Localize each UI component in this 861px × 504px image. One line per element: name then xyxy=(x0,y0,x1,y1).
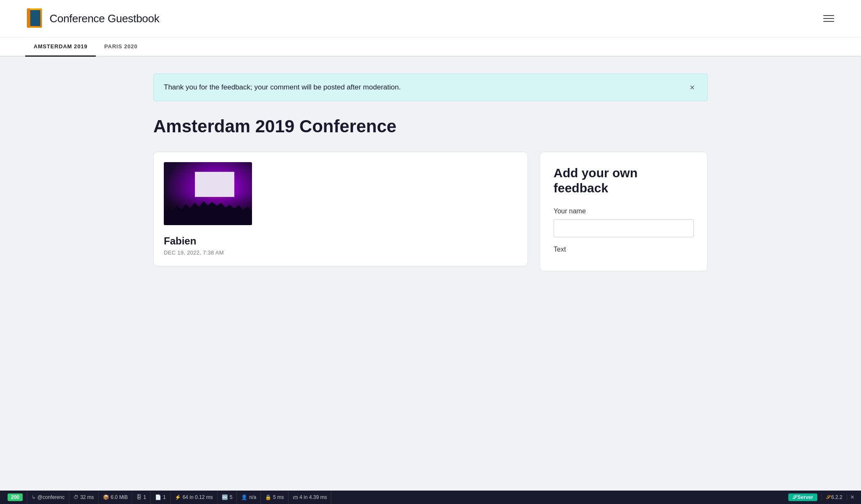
status-events: ⚡ 64 in 0.12 ms xyxy=(171,491,218,504)
feedback-form-title: Add your own feedback xyxy=(554,165,694,196)
db-count: 1 xyxy=(143,494,146,500)
time-label: 32 ms xyxy=(80,494,94,500)
translations-icon: 🔤 xyxy=(222,494,228,500)
nav-tabs: AMSTERDAM 2019 PARIS 2020 xyxy=(0,37,861,57)
alert-banner: Thank you for the feedback; your comment… xyxy=(153,74,708,101)
status-bar-close-button[interactable]: × xyxy=(847,494,858,501)
app-logo-icon xyxy=(25,8,44,29)
sf-logo-small: 𝒮 xyxy=(793,494,796,500)
status-server: 𝒮 Server xyxy=(784,494,822,501)
file-icon: 📄 xyxy=(155,494,161,500)
tab-amsterdam[interactable]: AMSTERDAM 2019 xyxy=(25,37,96,57)
security-label: 5 ms xyxy=(273,494,284,500)
menu-button[interactable] xyxy=(822,13,836,24)
alert-message: Thank you for the feedback; your comment… xyxy=(164,83,401,92)
feedback-form-card: Add your own feedback Your name Text xyxy=(540,152,708,271)
status-time: ⏱ 32 ms xyxy=(69,491,99,504)
comment-body: Fabien DEC 19, 2022, 7:38 AM xyxy=(154,225,528,266)
memory-icon: 📦 xyxy=(103,494,109,500)
events-icon: ⚡ xyxy=(175,494,181,500)
memory-label: 6.0 MiB xyxy=(111,494,128,500)
status-security: 🔒 5 ms xyxy=(261,491,289,504)
file-count: 1 xyxy=(163,494,166,500)
status-queries: 🗃 4 in 4.39 ms xyxy=(289,491,331,504)
route-icon: ↳ xyxy=(32,494,36,500)
header-logo-area: Conference Guestbook xyxy=(25,8,159,29)
user-label: n/a xyxy=(249,494,256,500)
svg-rect-2 xyxy=(29,10,40,26)
app-header: Conference Guestbook xyxy=(0,0,861,37)
conference-image xyxy=(164,162,252,225)
status-version: 𝒮 6.2.2 xyxy=(822,494,847,500)
route-label: @conferenc xyxy=(37,494,65,500)
alert-close-button[interactable]: × xyxy=(687,82,697,92)
hamburger-line-2 xyxy=(823,18,834,19)
events-label: 64 in 0.12 ms xyxy=(183,494,213,500)
name-label: Your name xyxy=(554,207,694,215)
http-code-badge: 200 xyxy=(8,494,23,501)
status-route: ↳ @conferenc xyxy=(27,491,69,504)
status-http-code: 200 xyxy=(3,491,27,504)
tab-paris[interactable]: PARIS 2020 xyxy=(96,37,146,57)
name-input[interactable] xyxy=(554,219,694,237)
comment-date: DEC 19, 2022, 7:38 AM xyxy=(164,249,517,256)
svg-rect-3 xyxy=(27,8,30,28)
commenter-name: Fabien xyxy=(164,235,517,247)
status-db: 🗄 1 xyxy=(132,491,151,504)
status-user: 👤 n/a xyxy=(237,491,261,504)
status-translations: 🔤 5 xyxy=(218,491,237,504)
content-grid: Fabien DEC 19, 2022, 7:38 AM Add your ow… xyxy=(153,152,708,271)
hamburger-line-1 xyxy=(823,15,834,16)
text-label: Text xyxy=(554,246,694,253)
comment-card: Fabien DEC 19, 2022, 7:38 AM xyxy=(153,152,528,266)
app-title: Conference Guestbook xyxy=(50,12,159,25)
hamburger-line-3 xyxy=(823,21,834,22)
time-icon: ⏱ xyxy=(74,494,79,500)
queries-label: 4 in 4.39 ms xyxy=(299,494,327,500)
translations-count: 5 xyxy=(230,494,233,500)
status-file: 📄 1 xyxy=(151,491,171,504)
queries-icon: 🗃 xyxy=(293,494,298,500)
user-icon: 👤 xyxy=(241,494,247,500)
audience-silhouette xyxy=(164,197,252,226)
sf-version-logo: 𝒮 xyxy=(826,494,830,500)
status-memory: 📦 6.0 MiB xyxy=(99,491,133,504)
stage-screen xyxy=(195,172,235,197)
db-icon: 🗄 xyxy=(136,494,142,500)
security-icon: 🔒 xyxy=(265,494,271,500)
main-content: Thank you for the feedback; your comment… xyxy=(128,57,733,491)
status-bar-right: 𝒮 Server 𝒮 6.2.2 × xyxy=(784,494,858,501)
server-badge: 𝒮 Server xyxy=(788,494,817,501)
status-bar: 200 ↳ @conferenc ⏱ 32 ms 📦 6.0 MiB 🗄 1 📄… xyxy=(0,491,861,504)
version-label: 6.2.2 xyxy=(831,494,843,500)
page-title: Amsterdam 2019 Conference xyxy=(153,116,708,136)
